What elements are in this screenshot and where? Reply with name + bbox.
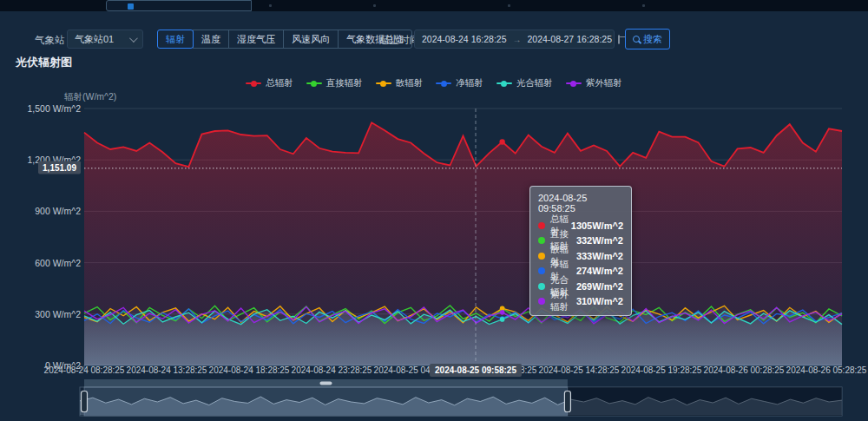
app-root: 气象站 气象站01 辐射温度湿度气压风速风向气象数据总览 起止时间 2024-0…	[0, 0, 868, 421]
chevron-down-icon	[129, 34, 138, 43]
datazoom-right-handle[interactable]	[564, 391, 570, 412]
station-select[interactable]: 气象站01	[67, 30, 143, 49]
calendar-icon	[618, 35, 620, 44]
tab-3[interactable]: 风速风向	[283, 30, 339, 49]
tab-2[interactable]: 湿度气压	[228, 30, 284, 49]
window-top-strip	[0, 0, 868, 11]
y-tick-label: 300 W/m^2	[35, 309, 81, 319]
x-tick-label: 2024-08-25 19:28:25	[621, 365, 702, 375]
top-strip-mark	[508, 4, 510, 7]
tooltip-series-value: 1305W/m^2	[571, 220, 623, 231]
legend-marker-icon	[306, 82, 322, 84]
tooltip-series-value: 333W/m^2	[576, 251, 623, 261]
metric-tabs: 辐射温度湿度气压风速风向气象数据总览	[157, 30, 412, 49]
y-axis-name: 辐射(W/m^2)	[64, 91, 116, 103]
x-tick-label: 2024-08-25 14:28:25	[539, 365, 620, 375]
series-dot-icon	[538, 298, 545, 305]
legend-marker-icon	[566, 82, 582, 84]
datazoom-unselected	[568, 387, 842, 416]
chart-title: 光伏辐射图	[16, 55, 72, 70]
highlight-dot-5	[500, 310, 505, 315]
highlight-dot-4	[500, 317, 505, 322]
x-axis-pointer-label: 2024-08-25 09:58:25	[430, 364, 522, 377]
datazoom-left-handle[interactable]	[82, 391, 88, 412]
legend-item-5[interactable]: 紫外辐射	[566, 77, 622, 89]
legend-label: 光合辐射	[516, 77, 553, 89]
tab-favicon-icon	[128, 3, 134, 10]
end-date-value[interactable]: 2024-08-27 16:28:25	[528, 34, 613, 44]
tooltip-series-name: 紫外辐射	[550, 289, 576, 313]
y-tick-label: 900 W/m^2	[35, 206, 81, 216]
browser-tab[interactable]	[106, 0, 252, 11]
y-tick-label: 600 W/m^2	[35, 258, 81, 268]
legend-item-4[interactable]: 光合辐射	[496, 77, 553, 89]
legend-label: 净辐射	[456, 77, 483, 89]
series-dot-icon	[538, 237, 545, 244]
legend-marker-icon	[496, 82, 512, 84]
datazoom-grip-icon[interactable]	[319, 382, 332, 385]
legend-label: 直接辐射	[326, 77, 363, 89]
tooltip-row: 紫外辐射310W/m^2	[538, 294, 623, 310]
x-tick-label: 2024-08-24 08:28:25	[44, 365, 125, 375]
legend-item-1[interactable]: 直接辐射	[306, 77, 363, 89]
tooltip-series-value: 310W/m^2	[576, 296, 623, 306]
series-dot-icon	[538, 222, 545, 229]
legend-label: 紫外辐射	[586, 77, 622, 89]
y-axis-pointer-label: 1,151.09	[38, 161, 81, 174]
tooltip-series-value: 274W/m^2	[576, 266, 623, 276]
series-dot-icon	[538, 253, 545, 260]
station-select-value: 气象站01	[75, 33, 129, 46]
tooltip-series-value: 269W/m^2	[576, 281, 623, 292]
search-icon	[633, 36, 640, 43]
top-strip-mark	[642, 4, 645, 7]
chart-legend: 总辐射直接辐射散辐射净辐射光合辐射紫外辐射	[0, 77, 868, 89]
controls-bar: 气象站 气象站01 辐射温度湿度气压风速风向气象数据总览 起止时间 2024-0…	[0, 11, 868, 52]
series-dot-icon	[538, 267, 545, 274]
highlight-dot-0	[499, 139, 504, 144]
tab-0[interactable]: 辐射	[157, 30, 194, 49]
legend-label: 散辐射	[396, 77, 424, 89]
radiation-chart-canvas[interactable]	[0, 0, 868, 421]
start-date-value[interactable]: 2024-08-24 16:28:25	[422, 34, 507, 44]
search-button-label: 搜索	[643, 33, 662, 46]
top-strip-mark	[373, 4, 376, 7]
x-tick-label: 2024-08-26 05:28:25	[786, 365, 867, 375]
top-strip-mark	[269, 4, 272, 7]
tooltip-rows: 总辐射1305W/m^2直接辐射332W/m^2散辐射333W/m^2净辐射27…	[538, 218, 623, 309]
tab-1[interactable]: 温度	[193, 30, 229, 49]
chart-tooltip: 2024-08-25 09:58:25 总辐射1305W/m^2直接辐射332W…	[529, 186, 632, 316]
legend-item-0[interactable]: 总辐射	[246, 77, 293, 89]
arrow-right-icon: →	[513, 35, 522, 44]
legend-item-2[interactable]: 散辐射	[376, 77, 424, 89]
legend-item-3[interactable]: 净辐射	[436, 77, 483, 89]
search-button[interactable]: 搜索	[625, 29, 670, 49]
datazoom-window[interactable]	[84, 387, 568, 416]
station-label: 气象站	[35, 34, 65, 47]
series-dot-icon	[538, 283, 545, 290]
legend-label: 总辐射	[266, 77, 293, 89]
x-tick-label: 2024-08-24 13:28:25	[127, 365, 207, 375]
legend-marker-icon	[246, 82, 261, 84]
legend-marker-icon	[436, 82, 451, 84]
x-tick-label: 2024-08-26 00:28:25	[704, 365, 785, 375]
y-tick-label: 1,500 W/m^2	[27, 103, 81, 114]
tooltip-title: 2024-08-25 09:58:25	[538, 193, 623, 214]
tooltip-series-value: 332W/m^2	[576, 235, 623, 246]
date-range-input[interactable]: 2024-08-24 16:28:25 → 2024-08-27 16:28:2…	[414, 30, 615, 49]
x-tick-label: 2024-08-24 18:28:25	[209, 365, 290, 375]
x-tick-label: 2024-08-24 23:28:25	[292, 365, 372, 375]
legend-marker-icon	[376, 82, 391, 84]
